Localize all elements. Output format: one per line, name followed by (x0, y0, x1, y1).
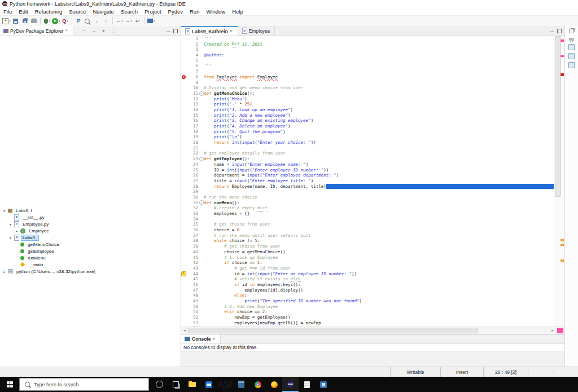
coverage-icon[interactable]: Q▾ (61, 17, 69, 25)
code-text[interactable]: print("Menu") (204, 96, 554, 102)
code-line[interactable]: 34 (181, 217, 554, 222)
code-text[interactable] (204, 217, 554, 222)
code-line[interactable]: 13 print('-' * 25) (181, 102, 554, 107)
code-editor[interactable]: 1'''2Created on Oct 31, 202134@author:56… (181, 36, 564, 327)
menu-project[interactable]: Project (141, 8, 165, 15)
save-all-icon[interactable] (20, 17, 29, 25)
tree-item-python-c-users-n38-32-python-exe-[interactable]: ▸python (C:\Users ... n38-32\python.exe) (0, 268, 181, 275)
menu-search[interactable]: Search (117, 8, 141, 15)
code-line[interactable]: 20 return int(input("Enter your choice: … (181, 140, 554, 146)
code-line[interactable]: 19 print("\n") (181, 134, 554, 140)
code-text[interactable]: elif choice == 2: (204, 309, 554, 315)
code-text[interactable]: # get emp id from user (204, 266, 554, 271)
code-text[interactable]: ID = int(input("Enter employee ID number… (204, 168, 554, 173)
code-text[interactable]: # get choice from user (204, 244, 554, 249)
collapse-icon[interactable]: − (199, 157, 204, 161)
code-line[interactable]: 48 else: (181, 293, 554, 298)
code-text[interactable]: id = int(input("Enter an employee ID num… (204, 271, 554, 277)
code-line[interactable]: 5 (181, 58, 554, 64)
tree-expand-icon[interactable]: ▸ (2, 270, 6, 274)
code-line[interactable]: 37 # run the menu until user selects qui… (181, 233, 554, 239)
restore-view-icon[interactable] (569, 29, 574, 33)
cortana-icon[interactable] (151, 377, 168, 392)
eclipse-icon[interactable] (282, 377, 299, 392)
scrollbar-thumb[interactable] (188, 328, 478, 333)
code-line[interactable]: 26 department = input("Enter employee de… (181, 173, 554, 178)
code-line[interactable]: 17 print("4. Delete an employee") (181, 124, 554, 129)
code-text[interactable] (204, 80, 554, 86)
code-line[interactable]: 12 print("Menu") (181, 96, 554, 102)
code-text[interactable] (204, 47, 554, 52)
code-text[interactable]: print("1. Look up an employee") (204, 107, 554, 113)
code-line[interactable]: 16 print("3. Change an existing employee… (181, 118, 554, 124)
code-text[interactable]: print("\n") (204, 134, 554, 140)
code-line[interactable]: 38 while choice != 5: (181, 238, 554, 244)
code-line[interactable]: 22# get employee details from user (181, 151, 554, 156)
code-text[interactable]: choice = 0 (204, 227, 554, 233)
code-text[interactable] (204, 146, 554, 151)
tree-item-employee-py[interactable]: ▾PEmployee.py (0, 221, 181, 227)
view-menu-icon[interactable]: ▾ (100, 28, 107, 33)
tree-item-employee[interactable]: ▸Employee (0, 227, 181, 234)
next-annotation-icon[interactable]: ↓ (93, 17, 101, 25)
new-module-icon[interactable]: P (75, 17, 83, 25)
code-line[interactable]: 2Created on Oct 31, 2021 (181, 42, 554, 47)
code-text[interactable]: def getEmployee(): (204, 156, 554, 162)
tree-item-labs9-[interactable]: ▾PLabs9_ (0, 234, 181, 241)
code-line[interactable]: 9 (181, 80, 554, 86)
code-text[interactable]: print("4. Delete an employee") (204, 124, 554, 129)
task-view-icon[interactable] (168, 377, 184, 392)
outline-view-icon[interactable] (568, 44, 575, 50)
last-edit-icon[interactable]: ↩ (133, 17, 142, 25)
tree-item--init-py[interactable]: P__init__.py (0, 214, 181, 221)
code-text[interactable] (204, 58, 554, 64)
code-line[interactable]: 32 # create a empty dict (181, 205, 554, 211)
code-text[interactable]: employees = {} (204, 211, 554, 217)
code-text[interactable]: # create a empty dict (204, 205, 554, 211)
code-text[interactable] (204, 189, 554, 195)
code-line[interactable]: 7 (181, 69, 554, 74)
menu-edit[interactable]: Edit (15, 8, 31, 15)
horizontal-scrollbar[interactable]: ◂ ▸ (181, 327, 564, 334)
overview-warning-marker[interactable] (561, 244, 564, 246)
code-text[interactable]: # verify if exists in dict (204, 276, 554, 282)
overview-marker[interactable] (561, 55, 564, 57)
back-icon[interactable]: ←▾ (115, 17, 124, 25)
code-line[interactable]: 27 title = input("Enter employee title: … (181, 178, 554, 184)
code-line[interactable]: 31−def runMenu(): (181, 200, 554, 206)
code-line[interactable]: 4@author: (181, 52, 554, 58)
code-line[interactable]: 3 (181, 47, 554, 52)
file-explorer-icon[interactable] (184, 377, 200, 392)
overview-marker[interactable] (561, 39, 564, 42)
code-text[interactable]: print("The specified ID number was not f… (204, 298, 554, 304)
code-line[interactable]: 51 elif choice == 2: (181, 309, 554, 315)
save-icon[interactable] (11, 17, 20, 25)
overview-warning-marker[interactable] (561, 239, 564, 241)
code-text[interactable]: # run the menu choice (204, 195, 554, 200)
asi-app-icon[interactable]: ASI (217, 377, 233, 392)
maximize-icon[interactable] (557, 29, 562, 33)
code-line[interactable]: 35 # get choice from user (181, 222, 554, 227)
tree-expand-icon[interactable]: ▾ (2, 209, 6, 213)
new-wizard-icon[interactable]: ▾ (2, 17, 11, 25)
editor-tab-labs9_kathrein[interactable]: PLabs9_Kathrein (181, 26, 238, 36)
explorer-tab[interactable]: PyDev Package Explorer (0, 26, 73, 36)
code-text[interactable]: return Employee(name, ID, department, ti… (204, 184, 554, 190)
code-text[interactable]: name = input("Enter employee name: ") (204, 162, 554, 168)
code-line[interactable]: 36 choice = 0 (181, 227, 554, 233)
code-line[interactable]: 47 employees[id].display() (181, 288, 554, 293)
scroll-right-icon[interactable]: ▸ (549, 328, 556, 333)
code-text[interactable]: # 1. Look up Employee (204, 255, 554, 261)
tree-item-labs9-i[interactable]: ▾Labs9_I (0, 207, 181, 214)
tree-expand-icon[interactable]: ▾ (8, 236, 12, 240)
code-line[interactable]: 14 print("1. Look up an employee") (181, 107, 554, 113)
code-text[interactable]: @author: (204, 52, 554, 58)
code-line[interactable]: 30# run the menu choice (181, 195, 554, 200)
code-line[interactable]: ×8from Employee import Employee (181, 74, 554, 80)
tree-item--main-[interactable]: __main__ (0, 261, 181, 268)
code-lines[interactable]: 1'''2Created on Oct 31, 202134@author:56… (181, 36, 554, 327)
code-line[interactable]: 40 choice = getMenuChoice() (181, 249, 554, 255)
chrome-icon[interactable] (249, 377, 266, 392)
code-line[interactable]: 18 print("5. Quit the program") (181, 129, 554, 135)
print-icon[interactable] (29, 17, 38, 25)
